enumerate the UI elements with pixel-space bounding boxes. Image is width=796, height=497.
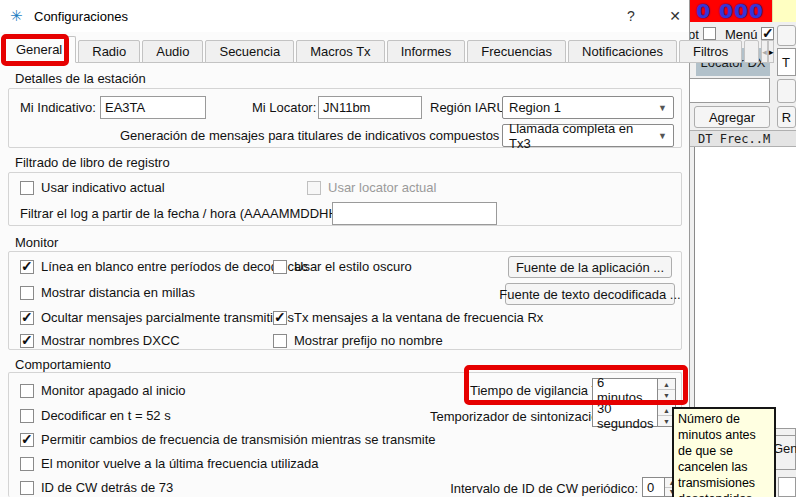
prefix-label: Mostrar prefijo no nombre [294, 333, 443, 348]
log-datetime-input[interactable] [332, 202, 497, 225]
cw-interval-label: Intervalo de ID de CW periódico: [440, 481, 638, 496]
blank-line-label: Línea en blanco entre períodos de decodi… [41, 259, 308, 274]
tab-radio[interactable]: Radio [78, 40, 140, 63]
tx-msgs-checkbox[interactable]: Tx mensajes a la ventana de frecuencia R… [273, 310, 543, 325]
annotation-general-tab [1, 34, 69, 66]
iaru-region-select[interactable]: Region 1 ▼ [502, 96, 674, 119]
cw-id-checkbox[interactable]: ID de CW detrás de 73 [20, 480, 173, 495]
decode-table-header: DT Frec..M [688, 130, 796, 147]
monitor-last-freq-checkbox-box[interactable] [20, 457, 34, 471]
monitor-last-freq-label: El monitor vuelve a la última frecuencia… [41, 456, 318, 471]
tab-macros-tx[interactable]: Macros Tx [296, 40, 384, 63]
use-locator-checkbox-box [307, 181, 321, 195]
chevron-down-icon: ▼ [658, 131, 667, 141]
tab-notificaciones[interactable]: Notificaciones [568, 40, 677, 63]
blank-line-checkbox-box[interactable] [20, 260, 34, 274]
tune-timer-spinbox[interactable]: 30 segundos [592, 404, 658, 427]
blank-line-checkbox[interactable]: Línea en blanco entre períodos de decodi… [20, 259, 308, 274]
add-button[interactable]: Agregar [694, 106, 770, 128]
dxcc-checkbox[interactable]: Mostrar nombres DXCC [20, 333, 180, 348]
logfilter-group-label: Filtrado de libro de registro [12, 155, 173, 170]
menu-checkbox[interactable] [761, 27, 774, 40]
decode-t52-checkbox[interactable]: Decodificar en t = 52 s [20, 408, 171, 423]
locator-dx-input[interactable] [688, 78, 770, 103]
use-locator-checkbox: Usar locator actual [307, 180, 436, 195]
locator-label: Mi Locator: [252, 100, 316, 115]
dxcc-label: Mostrar nombres DXCC [41, 333, 180, 348]
miles-label: Mostrar distancia en millas [41, 285, 195, 300]
chevron-down-icon: ▼ [658, 103, 667, 113]
prefix-checkbox-box[interactable] [273, 334, 287, 348]
tune-timer-label: Temporizador de sintonización [430, 409, 588, 424]
use-callsign-checkbox-box[interactable] [20, 181, 34, 195]
dx-grid-field-partial[interactable] [772, 0, 796, 22]
annotation-watchdog-setting [464, 365, 688, 405]
tab-audio[interactable]: Audio [142, 40, 203, 63]
use-callsign-label: Usar indicativo actual [41, 180, 165, 195]
cw-id-label: ID de CW detrás de 73 [41, 480, 173, 495]
behavior-group-label: Comportamiento [12, 357, 114, 372]
dialog-title: Configuraciones [34, 9, 128, 24]
use-callsign-checkbox[interactable]: Usar indicativo actual [20, 180, 165, 195]
tab-planifica[interactable]: Planifica [744, 40, 759, 63]
hide-partial-checkbox[interactable]: Ocultar mensajes parcialmente transmitid… [20, 310, 294, 325]
spot-checkbox[interactable] [703, 27, 716, 40]
menu-checkbox-box[interactable] [761, 27, 774, 40]
iaru-region-label: Región IARU: [430, 100, 509, 115]
dark-style-label: Usar el estilo oscuro [294, 259, 412, 274]
monitor-group-label: Monitor [12, 235, 61, 250]
bottom-field-partial[interactable] [778, 477, 796, 497]
tx-msgs-checkbox-box[interactable] [273, 311, 287, 325]
frequency-display: 0 000 [688, 0, 772, 22]
decode-t52-checkbox-box[interactable] [20, 409, 34, 423]
allow-txfreq-label: Permitir cambios de frecuencia de transm… [41, 432, 435, 447]
locator-input[interactable]: JN11bm [318, 96, 422, 119]
cw-id-checkbox-box[interactable] [20, 481, 34, 495]
station-group-label: Detalles de la estación [12, 71, 149, 86]
hide-partial-label: Ocultar mensajes parcialmente transmitid… [41, 310, 294, 325]
log-datetime-label: Filtrar el log a partir de la fecha / ho… [20, 206, 381, 221]
toolbar-button-partial[interactable] [777, 25, 796, 46]
miles-checkbox-box[interactable] [20, 286, 34, 300]
close-button[interactable]: ✕ [660, 4, 690, 28]
monitor-off-label: Monitor apagado al inicio [41, 383, 186, 398]
callsign-label: Mi Indicativo: [20, 100, 96, 115]
message-generation-value: Llamada completa en Tx3 [509, 121, 658, 151]
dialog-titlebar[interactable]: ✳ Configuraciones ? ✕ [0, 0, 689, 32]
spot-checkbox-box[interactable] [703, 27, 716, 40]
miles-checkbox[interactable]: Mostrar distancia en millas [20, 285, 195, 300]
tab-filtros[interactable]: Filtros [679, 40, 742, 63]
allow-txfreq-checkbox[interactable]: Permitir cambios de frecuencia de transm… [20, 432, 435, 447]
tab-bar: General Radio Audio Secuencia Macros Tx … [2, 36, 688, 63]
decoded-font-button[interactable]: Fuente de texto decodificada ... [505, 283, 675, 305]
message-generation-select[interactable]: Llamada completa en Tx3 ▼ [502, 124, 674, 147]
dark-style-checkbox-box[interactable] [273, 260, 287, 274]
monitor-off-checkbox-box[interactable] [20, 384, 34, 398]
cw-interval-spinbox[interactable]: 0 [642, 477, 665, 497]
message-generation-label: Generación de mensajes para titulares de… [120, 128, 497, 143]
monitor-last-freq-checkbox[interactable]: El monitor vuelve a la última frecuencia… [20, 456, 318, 471]
side-button-partial[interactable] [777, 79, 796, 103]
prefix-checkbox[interactable]: Mostrar prefijo no nombre [273, 333, 443, 348]
monitor-off-checkbox[interactable]: Monitor apagado al inicio [20, 383, 186, 398]
decode-t52-label: Decodificar en t = 52 s [41, 408, 171, 423]
callsign-input[interactable]: EA3TA [100, 96, 206, 119]
help-button[interactable]: ? [616, 4, 646, 28]
tab-scroll-right-icon[interactable]: ▸ [768, 40, 775, 63]
settings-dialog: ✳ Configuraciones ? ✕ General Radio Audi… [0, 0, 690, 497]
tab-informes[interactable]: Informes [387, 40, 466, 63]
dxcc-checkbox-box[interactable] [20, 334, 34, 348]
allow-txfreq-checkbox-box[interactable] [20, 433, 34, 447]
tx-msgs-label: Tx mensajes a la ventana de frecuencia R… [294, 310, 543, 325]
hide-partial-checkbox-box[interactable] [20, 311, 34, 325]
r-button-partial[interactable]: R [777, 106, 796, 128]
tooltip: Número de minutos antes de que se cancel… [672, 407, 776, 497]
use-locator-label: Usar locator actual [328, 180, 436, 195]
tab-secuencia[interactable]: Secuencia [205, 40, 294, 63]
dark-style-checkbox[interactable]: Usar el estilo oscuro [273, 259, 412, 274]
tab-frecuencias[interactable]: Frecuencias [467, 40, 566, 63]
tx-field-partial[interactable]: T [777, 48, 796, 76]
iaru-region-value: Region 1 [509, 100, 561, 115]
application-font-button[interactable]: Fuente de la aplicación ... [508, 256, 672, 278]
app-icon: ✳ [10, 7, 23, 25]
